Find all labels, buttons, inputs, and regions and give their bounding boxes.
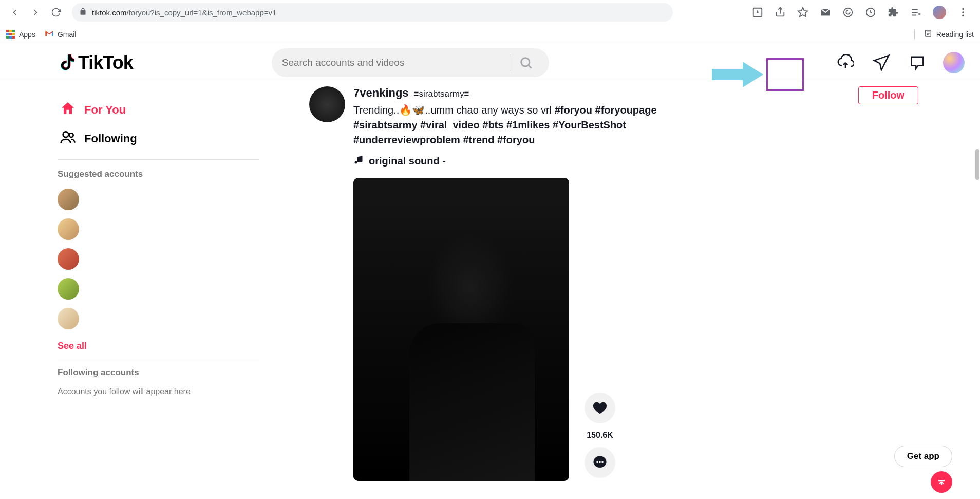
install-app-icon[interactable] [752,7,763,18]
bookmark-apps-label: Apps [19,30,35,39]
svg-point-15 [69,133,73,137]
follow-button[interactable]: Follow [858,86,918,104]
extensions-puzzle-icon[interactable] [888,7,899,18]
sidebar: For You Following Suggested accounts See… [58,81,309,499]
search-divider [510,54,510,71]
sidebar-divider [58,358,259,358]
share-icon[interactable] [775,7,786,18]
feed: 7venkings ≡sirabtsarmy≡ Trending..🔥🦋..um… [309,81,980,499]
bookmarks-bar: Apps Gmail Reading list [0,25,980,44]
nav-for-you-label: For You [84,103,126,117]
browser-toolbar: tiktok.com/foryou?is_copy_url=1&is_from_… [0,0,980,25]
tiktok-header: TikTok [0,44,980,81]
video-thumbnail [353,178,569,481]
nav-following[interactable]: Following [58,124,299,153]
url-text: tiktok.com/foryou?is_copy_url=1&is_from_… [92,8,276,17]
get-app-button[interactable]: Get app [894,446,952,467]
svg-point-12 [521,58,529,66]
post-author-avatar[interactable] [309,86,345,122]
post-sound[interactable]: original sound - [353,155,708,168]
suggested-account[interactable] [58,189,79,210]
annotation-arrow-icon [712,61,763,88]
page-scrollbar[interactable] [975,149,979,180]
lock-icon [79,8,87,17]
svg-marker-1 [798,8,807,16]
post-username[interactable]: 7venkings [353,86,409,100]
messages-button[interactable] [871,52,892,73]
see-all-link[interactable]: See all [58,341,299,352]
header-actions [835,52,965,73]
suggested-account[interactable] [58,248,79,270]
bookmark-star-icon[interactable] [797,7,808,18]
gmail-icon [45,30,54,39]
following-accounts-title: Following accounts [58,367,299,378]
extension-grammarly-icon[interactable] [842,7,854,18]
tiktok-logo[interactable]: TikTok [58,52,133,73]
video-actions: 150.6K [585,393,615,481]
like-count: 150.6K [587,431,613,440]
like-button[interactable] [585,393,615,423]
music-note-icon [353,155,364,168]
home-icon [60,100,76,120]
chrome-actions [752,6,974,19]
bookmark-apps[interactable]: Apps [6,30,35,39]
nav-following-label: Following [84,132,137,145]
forward-button[interactable] [27,4,44,21]
media-control-icon[interactable] [910,7,921,18]
suggested-title: Suggested accounts [58,169,299,179]
svg-point-14 [63,132,69,137]
reading-list[interactable]: Reading list [914,29,974,39]
suggested-accounts-list [58,189,299,329]
svg-line-13 [528,65,531,68]
extension-gmail-icon[interactable] [820,7,831,18]
bookmark-gmail[interactable]: Gmail [45,30,77,39]
address-bar[interactable]: tiktok.com/foryou?is_copy_url=1&is_from_… [72,3,673,22]
comment-button[interactable] [585,447,615,478]
svg-point-17 [596,461,598,463]
people-icon [60,129,76,149]
bookmark-gmail-label: Gmail [58,30,77,39]
svg-point-19 [601,461,603,463]
suggested-account[interactable] [58,218,79,240]
tiktok-body: For You Following Suggested accounts See… [0,81,980,499]
tiktok-logo-text: TikTok [78,52,133,73]
svg-point-3 [844,8,853,17]
post-sound-label: original sound - [369,155,446,167]
svg-point-6 [962,11,964,13]
back-button[interactable] [6,4,24,21]
reload-button[interactable] [47,4,65,21]
post-caption-text: Trending..🔥🦋..umm chao any ways so vrl [353,104,555,116]
video-post: 7venkings ≡sirabtsarmy≡ Trending..🔥🦋..um… [309,86,918,481]
reading-list-label: Reading list [936,30,974,39]
video-player[interactable] [353,178,569,481]
suggested-account[interactable] [58,278,79,300]
chrome-profile-avatar[interactable] [933,6,946,19]
apps-grid-icon [6,30,15,39]
search-input[interactable] [282,57,505,68]
upload-button[interactable] [835,52,856,73]
tiktok-logo-icon [58,52,76,73]
profile-avatar[interactable] [943,52,965,73]
video-row: 150.6K [353,178,918,481]
extension-clockify-icon[interactable] [865,7,876,18]
post-handle: ≡sirabtsarmy≡ [414,89,469,99]
search-button[interactable] [513,50,539,76]
following-empty-text: Accounts you follow will appear here [58,387,299,396]
nav-for-you[interactable]: For You [58,96,299,124]
chrome-menu-icon[interactable] [957,7,969,18]
inbox-button[interactable] [907,52,928,73]
svg-point-5 [962,8,964,10]
svg-point-7 [962,15,964,17]
post-main: 7venkings ≡sirabtsarmy≡ Trending..🔥🦋..um… [353,86,918,481]
reading-list-icon [924,29,932,39]
svg-point-18 [599,461,600,463]
suggested-account[interactable] [58,308,79,329]
sidebar-divider [58,159,259,160]
post-header: 7venkings ≡sirabtsarmy≡ Trending..🔥🦋..um… [353,86,918,168]
search-bar [272,48,549,77]
post-caption: Trending..🔥🦋..umm chao any ways so vrl #… [353,103,708,147]
scroll-to-top-button[interactable] [931,471,952,493]
